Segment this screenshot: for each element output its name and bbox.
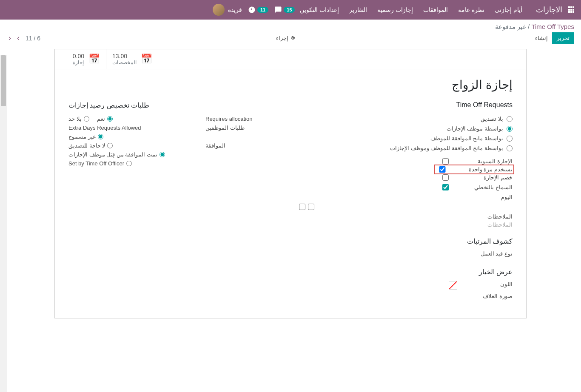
col-left: طلبات تخصيص رصيد إجازات Requires allocat…: [68, 101, 282, 301]
allow-skip-row: السماح بالتخطي: [299, 182, 513, 192]
pager-text: 6 / 11: [26, 35, 40, 42]
req-opt-officer[interactable]: بواسطة موظف الإجازات: [299, 124, 513, 134]
pager-prev[interactable]: ›: [15, 34, 21, 43]
user-menu[interactable]: فريدة: [213, 4, 242, 16]
stat-leave-num: 0.00: [73, 53, 84, 60]
control-bar: تحرير إنشاء إجراء 6 / 11 › ‹: [0, 31, 581, 49]
nav-reports[interactable]: التقارير: [344, 6, 372, 13]
activity-count: 11: [257, 7, 268, 13]
deduct-label: خصم الإجازة: [449, 174, 513, 181]
extra-days-label: Extra Days Requests Allowed: [68, 125, 141, 131]
allow-skip-label: السماح بالتخطي: [449, 184, 513, 190]
action-menu[interactable]: إجراء: [276, 35, 296, 41]
top-nav: الاجازات أيام إجازتي نظرة عامة الموافقات…: [0, 0, 581, 20]
breadcrumb-sep: /: [526, 23, 530, 30]
nav-configuration[interactable]: إعدادات التكوين: [295, 6, 344, 13]
create-button[interactable]: إنشاء: [531, 33, 552, 43]
approval-label: الموافقة: [205, 142, 282, 149]
stat-leaves[interactable]: 📅 0.00 إجازة: [55, 49, 106, 69]
requires-alloc-label: Requires allocation: [205, 116, 282, 122]
color-swatch[interactable]: [449, 281, 457, 290]
clock-icon: [248, 6, 256, 14]
annual-leave-row: الإجازة السنوية: [299, 156, 513, 166]
alloc-group-title: طلبات تخصيص رصيد إجازات: [68, 101, 282, 109]
chat-icon: [274, 6, 282, 14]
col-right: Time Off Requests بلا تصديق بواسطة موظف …: [299, 101, 513, 301]
app-brand[interactable]: الاجازات: [536, 5, 562, 14]
activity-badge[interactable]: 11: [248, 6, 268, 14]
username: فريدة: [228, 6, 242, 13]
deduct-row: خصم الإجازة: [299, 173, 513, 182]
nav-approvals[interactable]: الموافقات: [418, 6, 453, 13]
emp-req-label: طلبات الموظفين: [205, 125, 282, 131]
message-count: 15: [284, 7, 295, 13]
approval-set-by-officer[interactable]: Set by Time Off Officer: [68, 160, 132, 167]
scroll-thumb[interactable]: [1, 55, 6, 106]
edit-button[interactable]: تحرير: [552, 32, 574, 44]
used-once-row: تستخدم مرة واحدة: [299, 166, 513, 173]
breadcrumb: Time Off Types / غير مدفوعة: [7, 23, 574, 31]
notes-label: الملاحظات: [299, 212, 513, 222]
requests-group-title: Time Off Requests: [299, 101, 513, 109]
payroll-section-title: كشوف المرتبات: [299, 237, 513, 245]
form-sheet: 📅 13.00 المخصصات 📅 0.00 إجازة إجازة الزو…: [54, 49, 527, 318]
pager: 6 / 11 › ‹: [7, 34, 40, 43]
calendar-icon: 📅: [141, 54, 152, 65]
deduct-checkbox[interactable]: [442, 174, 449, 181]
gear-icon: [290, 35, 296, 41]
breadcrumb-bar: Time Off Types / غير مدفوعة: [0, 20, 581, 31]
topnav-user-area: 15 11 فريدة: [213, 4, 295, 16]
breadcrumb-current: غير مدفوعة: [495, 23, 526, 30]
day-label: اليوم: [299, 192, 513, 202]
day-checkbox-2[interactable]: [308, 204, 314, 210]
req-opt-none[interactable]: بلا تصديق: [299, 114, 513, 124]
stat-alloc-num: 13.00: [112, 53, 137, 60]
nav-public-holidays[interactable]: إجازات رسمية: [372, 6, 418, 13]
requires-alloc-nolimit[interactable]: بلا حد: [68, 116, 89, 122]
allow-skip-checkbox[interactable]: [442, 184, 449, 190]
breadcrumb-root[interactable]: Time Off Types: [531, 23, 574, 30]
used-once-checkbox[interactable]: [436, 166, 449, 173]
scrollbar[interactable]: [0, 55, 7, 335]
pager-next[interactable]: ‹: [7, 34, 13, 43]
annual-leave-checkbox[interactable]: [442, 158, 449, 165]
extra-days-not-allowed[interactable]: غير مسموح: [68, 134, 103, 140]
stat-alloc-label: المخصصات: [112, 60, 137, 65]
day-checkbox-1[interactable]: [299, 204, 305, 210]
avatar: [213, 4, 225, 16]
color-label: اللون: [461, 281, 513, 287]
record-title: إجازة الزواج: [68, 78, 513, 92]
nav-my-time-off[interactable]: أيام إجازتي: [490, 6, 527, 13]
stat-leave-label: إجازة: [73, 60, 84, 65]
action-label: إجراء: [276, 35, 288, 41]
req-opt-approver[interactable]: بواسطة مانح الموافقة للموظف: [299, 134, 513, 143]
stat-buttons: 📅 13.00 المخصصات 📅 0.00 إجازة: [55, 49, 526, 69]
requires-alloc-yes[interactable]: نعم: [97, 116, 113, 122]
work-entry-label: نوع قيد العمل: [299, 249, 513, 258]
annual-leave-label: الإجازة السنوية: [449, 158, 513, 165]
approval-none[interactable]: لا حاجة للتصديق: [68, 142, 113, 149]
apps-icon[interactable]: [567, 6, 574, 13]
used-once-label: تستخدم مرة واحدة: [449, 166, 513, 173]
notes-value[interactable]: الملاحظات: [299, 222, 513, 228]
calendar-icon: 📅: [88, 54, 100, 65]
nav-overview[interactable]: نظرة عامة: [453, 6, 490, 13]
display-section-title: عرض الخيار: [299, 268, 513, 276]
messaging-badge[interactable]: 15: [274, 6, 295, 14]
approval-officer[interactable]: تمت الموافقة من قِبَل موظف الإجازات: [68, 151, 165, 158]
req-opt-both[interactable]: بواسطة مانح الموافقة للموظف وموظف الإجاز…: [299, 143, 513, 153]
cover-image-label: صورة الغلاف: [299, 291, 513, 301]
stat-allocations[interactable]: 📅 13.00 المخصصات: [106, 49, 158, 69]
